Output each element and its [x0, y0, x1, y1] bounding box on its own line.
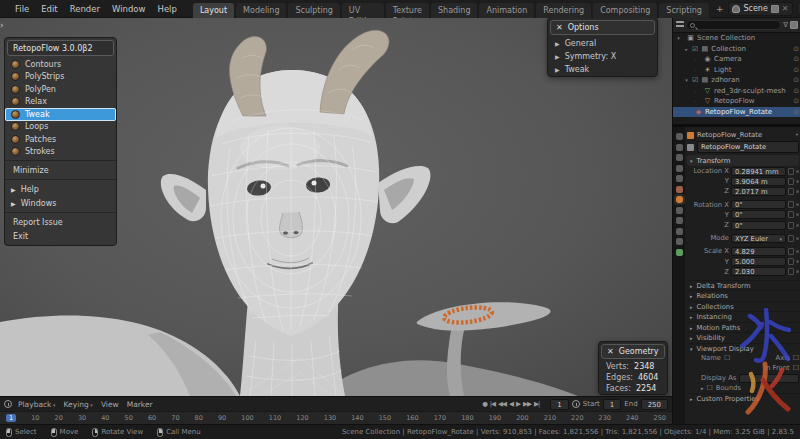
timeline-menu[interactable]: Keying — [64, 400, 93, 409]
start-frame-field[interactable]: 1 — [603, 399, 621, 410]
field-value[interactable]: 4.829 — [731, 247, 786, 256]
eye-icon[interactable]: ⊙ — [793, 55, 799, 63]
add-workspace-button[interactable]: + — [711, 4, 729, 14]
retopoflow-menu-item[interactable]: ▶ Help — [5, 182, 116, 196]
lock-icon[interactable] — [788, 268, 794, 275]
options-panel-header[interactable]: ✕ Options — [550, 20, 655, 35]
viewport-display-header[interactable]: ▾ Viewport Display — [687, 343, 799, 354]
eye-icon[interactable]: ⊙ — [793, 66, 799, 74]
properties-tab-icon[interactable] — [676, 154, 683, 161]
minimize-button[interactable]: Minimize — [5, 163, 116, 177]
lock-icon[interactable] — [788, 248, 794, 255]
collapsed-section-row[interactable]: ▸ Instancing — [687, 311, 799, 322]
lock-icon[interactable] — [788, 211, 794, 218]
workspace-tab[interactable]: Rendering — [536, 3, 592, 18]
collection-checkbox[interactable]: ☑ — [692, 45, 698, 53]
field-value[interactable]: 2.0717 m — [731, 187, 786, 196]
bounds-checkbox[interactable]: ☐ — [707, 384, 713, 392]
retopoflow-tool[interactable]: Tweak — [5, 108, 116, 121]
field-value[interactable]: 0.28941 mm — [731, 167, 786, 176]
field-value[interactable]: 5.000 — [731, 257, 786, 266]
retopoflow-tool[interactable]: Contours — [5, 58, 116, 71]
menu-item[interactable]: File — [9, 0, 35, 18]
properties-tab-icon[interactable] — [676, 186, 683, 193]
playback-button[interactable]: ▶ — [516, 400, 520, 408]
object-name-field[interactable]: RetopoFlow_Rotate — [697, 141, 799, 153]
animate-dot-icon[interactable] — [796, 260, 799, 263]
new-collection-icon[interactable] — [790, 21, 798, 29]
properties-tab-icon[interactable] — [676, 207, 683, 214]
outliner-row[interactable]: ▾ ☑ ▤ zdhoran ⊙ — [673, 75, 800, 86]
options-section-row[interactable]: ▶ Symmetry: X — [548, 50, 657, 63]
outliner-row[interactable]: · ▽ RetopoFlow ⊙ — [673, 96, 800, 107]
disclosure-triangle-icon[interactable]: · — [692, 56, 699, 62]
geometry-panel-header[interactable]: ✕ Geometry — [601, 344, 665, 359]
eye-icon[interactable]: ⊙ — [793, 87, 799, 95]
properties-tab-icon[interactable] — [676, 175, 683, 182]
display-as-dropdown[interactable] — [739, 374, 799, 383]
workspace-tab[interactable]: Texture Paint — [386, 3, 430, 18]
outliner-row[interactable]: · ▽ red_3dr-sculpt-mesh ⊙ — [673, 86, 800, 97]
outliner-row[interactable]: ▾ ▣ Scene Collection — [673, 33, 800, 44]
collapsed-section-row[interactable]: ▸ Visibility — [687, 332, 799, 343]
playback-button[interactable]: ◀ — [509, 400, 513, 408]
workspace-tab[interactable]: Compositing — [593, 3, 658, 18]
animate-dot-icon[interactable] — [796, 170, 799, 173]
animate-dot-icon[interactable] — [796, 190, 799, 193]
lock-icon[interactable] — [788, 178, 794, 185]
menu-item[interactable]: Help — [151, 0, 182, 18]
disclosure-triangle-icon[interactable]: · — [692, 88, 699, 94]
scene-selector[interactable]: Scene ✕ — [728, 2, 792, 16]
view-layer-selector[interactable]: View Layer ✕ — [797, 2, 800, 16]
retopoflow-tool[interactable]: PolyStrips — [5, 71, 116, 84]
options-section-row[interactable]: ▶ General — [548, 37, 657, 50]
report-issue-button[interactable]: Report Issue — [5, 215, 116, 229]
field-value[interactable]: 0° — [731, 200, 786, 209]
outliner-search[interactable] — [686, 20, 781, 30]
playback-button[interactable]: ● — [482, 400, 487, 408]
eye-icon[interactable]: ⊙ — [793, 76, 799, 84]
editor-type-icon[interactable] — [676, 21, 684, 29]
eye-icon[interactable]: ⊙ — [793, 45, 799, 53]
animate-dot-icon[interactable] — [796, 224, 799, 227]
properties-tab-icon[interactable] — [676, 238, 683, 245]
viewport-3d[interactable]: ▾ › ✕ Options ▶ General ▶ Symmetry: X ▶ … — [0, 18, 672, 396]
timeline-editor-icon[interactable] — [4, 400, 12, 408]
collapsed-section-row[interactable]: ▸ Collections — [687, 301, 799, 312]
timeline-menu[interactable]: Marker — [127, 400, 153, 409]
menu-item[interactable]: Render — [64, 0, 106, 18]
lock-icon[interactable] — [788, 201, 794, 208]
properties-tab-icon[interactable] — [676, 133, 683, 140]
playback-button[interactable]: ▶| — [534, 400, 539, 408]
field-value[interactable]: 0° — [731, 210, 786, 219]
outliner-row[interactable]: · ☀ Light ⊙ — [673, 65, 800, 76]
retopoflow-tool[interactable]: Loops — [5, 121, 116, 134]
transform-section-header[interactable]: ▾ Transform — [687, 155, 799, 166]
disclosure-triangle-icon[interactable]: · — [692, 98, 699, 104]
collapsed-section-row[interactable]: ▸ Delta Transform — [687, 280, 799, 291]
retopoflow-tool[interactable]: PolyPen — [5, 83, 116, 96]
lock-icon[interactable] — [788, 235, 794, 242]
current-frame-field[interactable]: 1 — [550, 399, 568, 410]
lock-icon[interactable] — [788, 188, 794, 195]
eye-icon[interactable]: ⊙ — [793, 97, 799, 105]
field-value[interactable]: 3.9064 m — [731, 177, 786, 186]
outliner-row[interactable]: · ◉ Camera ⊙ — [673, 54, 800, 65]
disclosure-triangle-icon[interactable]: ▾ — [675, 35, 682, 41]
eye-icon[interactable]: ⊙ — [793, 108, 799, 116]
lock-icon[interactable] — [788, 222, 794, 229]
field-value[interactable]: 0° — [731, 221, 786, 230]
playback-button[interactable]: |◀ — [490, 400, 495, 408]
options-section-row[interactable]: ▶ Tweak — [548, 63, 657, 76]
close-icon[interactable]: ✕ — [782, 4, 789, 13]
properties-tab-icon[interactable] — [676, 196, 683, 203]
end-frame-field[interactable]: 250 — [641, 399, 668, 410]
workspace-tab[interactable]: Layout — [193, 3, 235, 18]
custom-properties-header[interactable]: ▸ Custom Properties — [687, 393, 799, 404]
retopoflow-tool[interactable]: Relax — [5, 96, 116, 109]
close-icon[interactable]: ✕ — [607, 347, 614, 356]
outliner-row[interactable]: ▸ ☑ ▤ Collection ⊙ — [673, 44, 800, 55]
menu-item[interactable]: Window — [106, 0, 152, 18]
animate-dot-icon[interactable] — [796, 213, 799, 216]
field-value[interactable]: XYZ Euler — [731, 234, 786, 243]
